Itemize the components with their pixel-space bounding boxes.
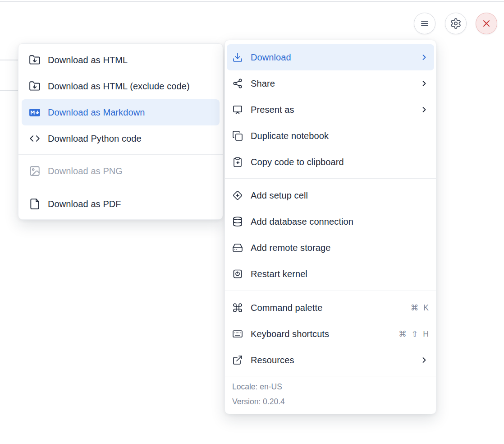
- chevron-right-icon: [420, 53, 429, 62]
- shortcut-key: H: [423, 329, 429, 339]
- menu-item-download-as-markdown[interactable]: Download as Markdown: [22, 99, 220, 125]
- menu-item-download-as-pdf[interactable]: Download as PDF: [22, 191, 220, 217]
- folder-down-icon: [29, 54, 41, 66]
- download-icon: [232, 52, 243, 63]
- page-top-border: [0, 1, 504, 2]
- menu-item-label: Share: [251, 79, 412, 89]
- chevron-right-icon: [420, 105, 429, 114]
- cell-border-fragment: [0, 60, 18, 60]
- menu-item-label: Add remote storage: [251, 243, 429, 253]
- menu-item-add-remote-storage[interactable]: Add remote storage: [227, 235, 434, 261]
- menu-item-keyboard-shortcuts[interactable]: Keyboard shortcuts⌘⇧H: [227, 321, 434, 347]
- close-icon: [481, 18, 492, 29]
- copy-icon: [232, 130, 243, 141]
- cell-border-fragment: [0, 90, 18, 91]
- submenu-indicator: [420, 356, 429, 365]
- menu-item-command-palette[interactable]: Command palette⌘K: [227, 295, 434, 321]
- file-icon: [29, 198, 41, 210]
- notebook-actions-menu: DownloadSharePresent asDuplicate noteboo…: [225, 40, 436, 414]
- menu-item-resources[interactable]: Resources: [227, 347, 434, 373]
- menu-item-label: Add setup cell: [251, 190, 429, 201]
- menu-section: Command palette⌘KKeyboard shortcuts⌘⇧HRe…: [225, 291, 436, 376]
- markdown-badge-icon: [29, 106, 41, 118]
- menu-item-label: Download: [251, 52, 412, 63]
- menu-section: Add setup cellAdd database connectionAdd…: [225, 178, 436, 291]
- menu-item-label: Command palette: [251, 303, 403, 313]
- image-icon: [29, 165, 41, 177]
- database-icon: [232, 216, 243, 227]
- shortcut-keys: ⌘⇧H: [399, 329, 429, 339]
- menu-item-duplicate-notebook[interactable]: Duplicate notebook: [227, 123, 434, 149]
- submenu-indicator: [420, 53, 429, 62]
- gear-icon: [450, 18, 462, 29]
- shortcut-key: ⇧: [412, 329, 418, 339]
- menu-item-label: Download as PDF: [48, 199, 212, 209]
- menu-item-label: Present as: [251, 105, 412, 115]
- shortcut-key: ⌘: [399, 329, 407, 339]
- menu-item-add-setup-cell[interactable]: Add setup cell: [227, 182, 434, 208]
- presentation-icon: [232, 104, 243, 115]
- menu-item-label: Add database connection: [251, 217, 429, 227]
- menu-item-label: Download as HTML: [48, 55, 212, 65]
- menu-section: Download as PNG: [18, 154, 223, 187]
- share-icon: [232, 78, 243, 89]
- locale-text: Locale: en-US: [232, 379, 429, 394]
- menu-item-share[interactable]: Share: [227, 70, 434, 97]
- menu-item-restart-kernel[interactable]: Restart kernel: [227, 261, 434, 287]
- menu-item-download-as-png: Download as PNG: [22, 158, 220, 184]
- menu-item-copy-code-to-clipboard[interactable]: Copy code to clipboard: [227, 149, 434, 175]
- menu-item-download-as-html-exclude-code[interactable]: Download as HTML (exclude code): [22, 73, 220, 99]
- menu-item-label: Download as HTML (exclude code): [48, 81, 212, 92]
- menu-item-label: Restart kernel: [251, 269, 429, 279]
- menu-section: Download as PDF: [18, 187, 223, 219]
- code-icon: [29, 133, 41, 144]
- command-icon: [232, 302, 243, 313]
- keyboard-icon: [232, 328, 243, 339]
- shortcut-key: K: [423, 303, 429, 313]
- diamond-plus-icon: [232, 190, 243, 201]
- notebook-menu-button[interactable]: [414, 13, 435, 34]
- menu-item-present-as[interactable]: Present as: [227, 97, 434, 123]
- submenu-indicator: [420, 105, 429, 114]
- menu-item-download[interactable]: Download: [227, 44, 434, 70]
- shutdown-button[interactable]: [476, 13, 497, 34]
- menu-item-label: Resources: [251, 355, 412, 365]
- clipboard-copy-icon: [232, 157, 243, 167]
- hamburger-icon: [419, 18, 430, 29]
- shortcut-key: ⌘: [411, 303, 419, 313]
- download-submenu: Download as HTMLDownload as HTML (exclud…: [18, 43, 223, 220]
- menu-item-download-as-html[interactable]: Download as HTML: [22, 47, 220, 73]
- folder-down-icon: [29, 80, 41, 92]
- menu-item-label: Download as PNG: [48, 166, 212, 176]
- menu-section: Download as HTMLDownload as HTML (exclud…: [18, 44, 223, 154]
- chevron-right-icon: [420, 356, 429, 365]
- menu-footer: Locale: en-USVersion: 0.20.4: [225, 376, 436, 414]
- menu-section: DownloadSharePresent asDuplicate noteboo…: [225, 40, 436, 178]
- menu-item-add-database-connection[interactable]: Add database connection: [227, 208, 434, 235]
- chevron-right-icon: [420, 79, 429, 88]
- menu-item-download-python-code[interactable]: Download Python code: [22, 125, 220, 152]
- hard-drive-icon: [232, 242, 243, 253]
- settings-button[interactable]: [445, 13, 467, 34]
- submenu-indicator: [420, 79, 429, 88]
- shortcut-keys: ⌘K: [411, 303, 429, 313]
- notebook-page: Download as HTMLDownload as HTML (exclud…: [0, 0, 504, 444]
- menu-item-label: Keyboard shortcuts: [251, 329, 391, 339]
- menu-item-label: Duplicate notebook: [251, 131, 429, 141]
- external-link-icon: [232, 355, 243, 365]
- version-text: Version: 0.20.4: [232, 394, 429, 409]
- menu-item-label: Download as Markdown: [48, 107, 212, 118]
- power-square-icon: [232, 268, 243, 279]
- menu-item-label: Download Python code: [48, 134, 212, 144]
- menu-item-label: Copy code to clipboard: [251, 157, 429, 167]
